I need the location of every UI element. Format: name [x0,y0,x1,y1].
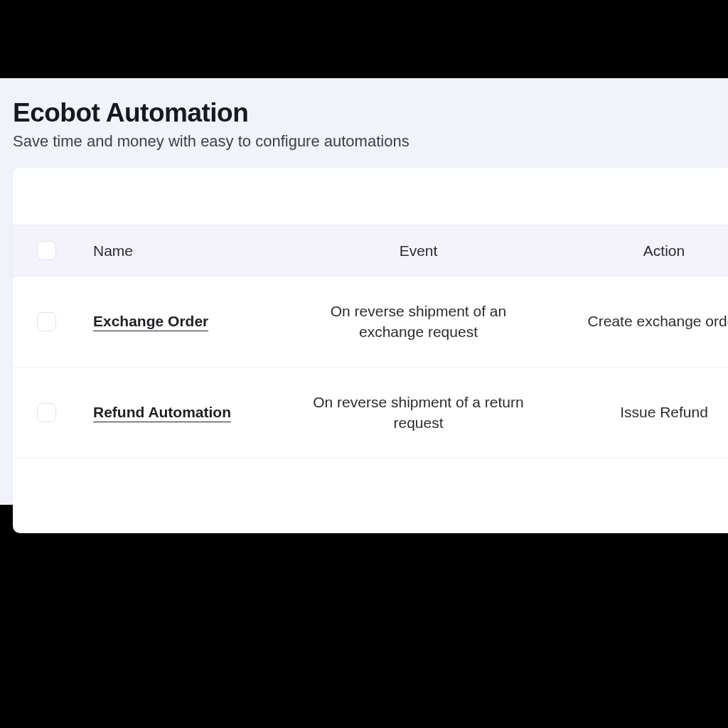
column-header-action: Action [572,225,728,277]
table-header-row: Name Event Action [13,225,728,277]
automation-action: Issue Refund [572,367,728,458]
column-header-event: Event [265,225,572,277]
automation-card: Name Event Action Exchange Order On reve… [13,168,728,533]
automation-table: Name Event Action Exchange Order On reve… [13,225,728,459]
automation-event: On reverse shipment of an exchange reque… [301,301,536,343]
page-subtitle: Save time and money with easy to configu… [0,132,728,151]
table-row: Exchange Order On reverse shipment of an… [13,277,728,368]
row-checkbox[interactable] [37,312,56,331]
page-viewport: Ecobot Automation Save time and money wi… [0,78,728,505]
row-checkbox[interactable] [37,403,56,422]
automation-name-link[interactable]: Refund Automation [93,404,231,422]
table-row: Refund Automation On reverse shipment of… [13,367,728,458]
automation-name-link[interactable]: Exchange Order [93,313,208,331]
column-header-name: Name [80,225,265,277]
page-title: Ecobot Automation [0,78,728,132]
column-select-all [13,225,80,277]
automation-action: Create exchange order [572,277,728,368]
automation-event: On reverse shipment of a return request [301,392,536,434]
select-all-checkbox[interactable] [37,241,56,260]
